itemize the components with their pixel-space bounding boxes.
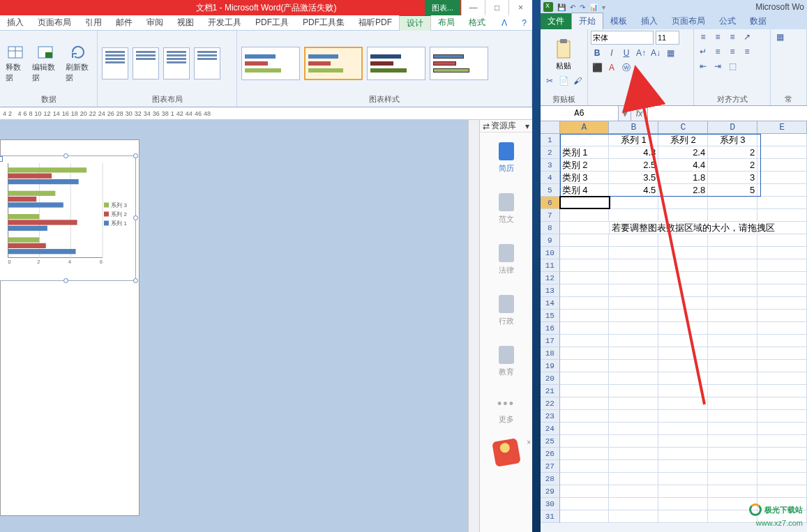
wrap-text-button[interactable]: ↵ <box>697 45 709 58</box>
cell-b1[interactable]: 系列 1 <box>609 134 658 146</box>
shrink-font-button[interactable]: A↓ <box>649 47 662 59</box>
spreadsheet-grid[interactable]: A B C D E 1 系列 1 系列 2 系列 3 2 类别 1 4.3 2.… <box>541 121 807 523</box>
font-size-select[interactable]: 11 <box>656 31 679 45</box>
col-header-b[interactable]: B <box>609 121 658 133</box>
formula-input[interactable] <box>648 106 807 121</box>
cell-a5[interactable]: 类别 4 <box>560 184 610 197</box>
align-left-button[interactable]: ≡ <box>711 45 724 58</box>
cell-c1[interactable]: 系列 2 <box>658 134 708 146</box>
cell-b2[interactable]: 4.3 <box>609 146 658 159</box>
name-box[interactable]: A6 <box>541 106 619 121</box>
merge-cells-button[interactable]: ⬚ <box>726 60 739 73</box>
chart-style-3[interactable] <box>367 47 425 80</box>
vertical-scrollbar[interactable] <box>468 120 479 532</box>
document-area[interactable]: 0 2 4 6 系列 3 系列 2 系列 1 <box>0 120 532 532</box>
paste-button[interactable]: 粘贴 <box>555 38 573 71</box>
tab-developer[interactable]: 开发工具 <box>201 15 248 31</box>
border-button[interactable]: ▦ <box>664 47 677 59</box>
copy-button[interactable]: 📄 <box>557 75 570 87</box>
cell-d1[interactable]: 系列 3 <box>708 134 757 146</box>
select-data-button[interactable]: 释数据 <box>4 43 27 84</box>
resource-panel-title[interactable]: ⇄资源库▾ <box>480 120 532 132</box>
close-button[interactable]: × <box>508 0 532 15</box>
qat-redo-icon[interactable]: ↷ <box>580 3 585 11</box>
cut-button[interactable]: ✂ <box>543 75 556 87</box>
maximize-button[interactable]: □ <box>485 0 508 15</box>
phonetic-button[interactable]: ⓦ <box>620 61 633 74</box>
cell-c5[interactable]: 2.8 <box>658 184 708 197</box>
align-top-button[interactable]: ≡ <box>697 31 709 43</box>
tab-layout-excel[interactable]: 页面布局 <box>665 13 712 29</box>
font-name-select[interactable]: 宋体 <box>591 31 654 45</box>
orientation-button[interactable]: ↗ <box>741 31 753 43</box>
tab-pdf-tool[interactable]: PDF工具 <box>248 15 296 31</box>
tab-design[interactable]: 设计 <box>399 15 431 31</box>
align-middle-button[interactable]: ≡ <box>711 31 724 43</box>
chart-style-1[interactable] <box>241 47 300 80</box>
tab-data[interactable]: 数据 <box>743 13 774 29</box>
chart-style-4[interactable] <box>430 47 488 80</box>
tab-file[interactable]: 文件 <box>541 13 571 29</box>
qat-chart-icon[interactable]: 📊 <box>589 3 598 11</box>
cell-d5[interactable]: 5 <box>708 184 757 197</box>
fx-button[interactable]: fx <box>631 106 648 121</box>
cell-c2[interactable]: 2.4 <box>658 146 708 159</box>
chart-style-2[interactable] <box>304 47 363 80</box>
layout-option-1[interactable] <box>102 47 128 79</box>
tab-formula[interactable]: 公式 <box>712 13 743 29</box>
font-color-button[interactable]: A <box>605 61 618 74</box>
bold-button[interactable]: B <box>591 47 603 59</box>
cell-a4[interactable]: 类别 3 <box>560 172 610 184</box>
col-header-e[interactable]: E <box>757 121 807 133</box>
cell-d3[interactable]: 2 <box>708 159 757 172</box>
col-header-c[interactable]: C <box>658 121 708 133</box>
resource-legal[interactable]: 法律 <box>480 234 532 285</box>
tab-insert-excel[interactable]: 插入 <box>634 13 665 29</box>
cell-b4[interactable]: 3.5 <box>609 172 658 184</box>
cell-d4[interactable]: 3 <box>708 172 757 184</box>
tab-view[interactable]: 视图 <box>170 15 201 31</box>
qat-undo-icon[interactable]: ↶ <box>570 3 575 11</box>
grow-font-button[interactable]: A↑ <box>635 47 647 59</box>
embedded-chart[interactable]: 0 2 4 6 系列 3 系列 2 系列 1 <box>0 155 136 281</box>
tab-template[interactable]: 模板 <box>603 13 634 29</box>
tab-review[interactable]: 审阅 <box>139 15 170 31</box>
edit-data-button[interactable]: 编辑数据 <box>31 43 59 84</box>
tab-foxit-pdf[interactable]: 福昕PDF <box>352 15 399 31</box>
cell-c3[interactable]: 4.4 <box>658 159 708 172</box>
chart-tools-tab[interactable]: 图表... <box>425 0 460 15</box>
italic-button[interactable]: I <box>605 47 618 59</box>
tab-mailings[interactable]: 邮件 <box>109 15 139 31</box>
layout-option-3[interactable] <box>163 47 190 79</box>
help-button[interactable]: ? <box>516 18 532 28</box>
resource-resume[interactable]: 简历 <box>480 132 532 183</box>
resource-sample[interactable]: 范文 <box>480 183 532 234</box>
col-header-d[interactable]: D <box>708 121 757 133</box>
format-painter-button[interactable]: 🖌 <box>571 75 584 87</box>
tab-home[interactable]: 开始 <box>571 13 603 29</box>
refresh-data-button[interactable]: 刷新数据 <box>64 43 93 84</box>
col-header-a[interactable]: A <box>560 121 610 133</box>
cell-b5[interactable]: 4.5 <box>609 184 658 197</box>
align-right-button[interactable]: ≡ <box>741 45 753 58</box>
layout-option-4[interactable] <box>194 47 220 79</box>
tab-page-layout[interactable]: 页面布局 <box>31 15 78 31</box>
cell-a2[interactable]: 类别 1 <box>560 146 610 159</box>
cell-styles-button[interactable]: ▦ <box>774 31 786 43</box>
layout-option-2[interactable] <box>133 47 159 79</box>
tab-references[interactable]: 引用 <box>78 15 109 31</box>
resource-admin[interactable]: 行政 <box>480 285 532 336</box>
resource-more[interactable]: •••更多 <box>480 387 532 434</box>
align-bottom-button[interactable]: ≡ <box>726 31 739 43</box>
qat-save-icon[interactable]: 💾 <box>557 3 566 11</box>
select-all-corner[interactable] <box>541 121 560 133</box>
decrease-indent-button[interactable]: ⇤ <box>697 60 709 73</box>
horizontal-ruler[interactable]: 42 4681012141618202224262830323436381424… <box>0 107 532 120</box>
underline-button[interactable]: U <box>620 47 633 59</box>
cell-c4[interactable]: 1.8 <box>658 172 708 184</box>
cell-a3[interactable]: 类别 2 <box>560 159 610 172</box>
tab-insert[interactable]: 插入 <box>0 15 31 31</box>
tab-pdf-toolset[interactable]: PDF工具集 <box>296 15 352 31</box>
cell-d2[interactable]: 2 <box>708 146 757 159</box>
ribbon-collapse-button[interactable]: ᐱ <box>496 18 513 28</box>
